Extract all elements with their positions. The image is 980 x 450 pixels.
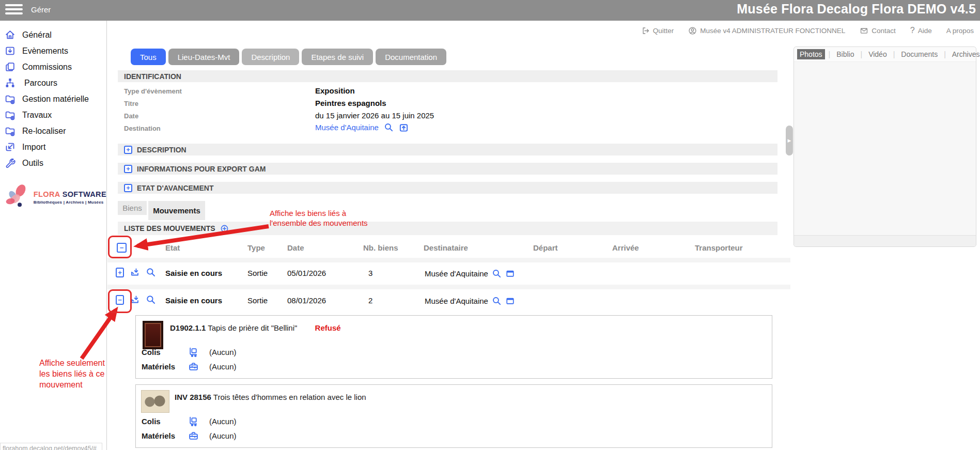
media-tab-archives[interactable]: Archives <box>950 49 980 59</box>
colis-row: Colis (Aucun) <box>142 416 237 427</box>
brand-tagline: Bibliothèques | Archives | Musées <box>34 200 106 205</box>
sidebar-item-travaux[interactable]: Travaux <box>0 107 106 123</box>
annotation-text-all-movements: Affiche les biens liés à l'ensemble des … <box>270 208 368 228</box>
folder-globe-icon <box>5 110 15 120</box>
menu-gerer[interactable]: Gérer <box>31 5 51 14</box>
open-window-icon[interactable] <box>505 269 515 278</box>
materiels-row: Matériels (Aucun) <box>142 361 237 372</box>
sidebar-item-general[interactable]: Général <box>0 27 106 43</box>
field-label-titre: Titre <box>124 100 138 107</box>
status-url-tooltip: florahom.decalog.net/demov45/# <box>0 443 102 450</box>
tab-divider: | <box>829 50 831 58</box>
expand-icon[interactable]: + <box>124 184 132 192</box>
column-header-destinataire: Destinataire <box>424 243 468 252</box>
trolley-icon[interactable] <box>188 347 199 358</box>
sidebar-item-label: Evènements <box>22 46 68 56</box>
movement-row-1: + Saisie en cours Sortie 05/01/2026 3 Mu… <box>107 262 790 284</box>
sidebar-item-outils[interactable]: Outils <box>0 155 106 171</box>
sidebar-item-commissions[interactable]: Commissions <box>0 59 106 75</box>
bien-card-2: INV 28156 Trois têtes d'hommes en relati… <box>135 384 772 448</box>
import-icon <box>5 142 15 152</box>
field-label-date: Date <box>124 112 138 120</box>
wrench-icon <box>5 158 15 168</box>
materiels-value: (Aucun) <box>209 431 237 440</box>
field-value-titre: Peintres espagnols <box>315 99 386 107</box>
media-tab-biblio[interactable]: Biblio <box>834 49 857 59</box>
sidebar-item-relocaliser[interactable]: Re-localiser <box>0 123 106 139</box>
section-description[interactable]: + DESCRIPTION <box>118 144 777 156</box>
media-tab-bar: Photos | Biblio | Vidéo | Documents | Ar… <box>794 47 976 62</box>
annotation-text-this-movement: Affiche seulement les biens liés à ce mo… <box>39 358 105 390</box>
sidebar-item-label: Commissions <box>22 63 72 72</box>
search-icon[interactable] <box>492 296 502 306</box>
trolley-icon[interactable] <box>188 416 199 427</box>
bien-title-line: INV 28156 Trois têtes d'hommes en relati… <box>175 393 366 401</box>
export-icon[interactable] <box>130 267 140 277</box>
sidebar-item-parcours[interactable]: Parcours <box>0 75 106 91</box>
media-tab-documents[interactable]: Documents <box>898 49 940 59</box>
column-header-date: Date <box>287 243 304 252</box>
media-tab-photos[interactable]: Photos <box>797 49 825 59</box>
bien-code: INV 28156 <box>175 393 211 401</box>
subtab-biens[interactable]: Biens <box>118 201 147 215</box>
expand-icon[interactable]: + <box>124 165 132 173</box>
folder-globe-icon <box>5 126 15 136</box>
utility-bar: Quitter Musée v4 ADMINISTRATEUR FONCTION… <box>465 24 974 37</box>
sidebar-item-evenements[interactable]: Evènements <box>0 43 106 59</box>
toolbox-icon[interactable] <box>188 361 199 372</box>
chevron-right-icon: ▶ <box>788 138 791 143</box>
tab-description[interactable]: Description <box>242 49 299 65</box>
movement-row-2: − Saisie en cours Sortie 08/01/2026 2 Mu… <box>107 290 790 312</box>
panel-collapse-handle[interactable]: ▶ <box>786 126 793 156</box>
sidebar-item-gestion-materielle[interactable]: Gestion matérielle <box>0 91 106 107</box>
sidebar-item-import[interactable]: Import <box>0 139 106 155</box>
bien-title-line: D1902.1.1 Tapis de prière dit "Bellini" … <box>170 323 341 332</box>
quit-button[interactable]: Quitter <box>641 26 674 35</box>
tab-documentation[interactable]: Documentation <box>376 49 446 65</box>
cell-date: 05/01/2026 <box>287 269 326 277</box>
hamburger-menu-icon[interactable] <box>5 4 23 17</box>
tab-lieu-dates-mvt[interactable]: Lieu-Dates-Mvt <box>168 49 240 65</box>
expand-movement-button[interactable]: + <box>116 268 124 277</box>
help-link[interactable]: ? Aide <box>910 26 932 35</box>
sidebar-item-label: Travaux <box>22 111 52 120</box>
toolbox-icon[interactable] <box>188 430 199 441</box>
search-icon[interactable] <box>492 269 502 278</box>
cell-type: Sortie <box>247 296 268 305</box>
flora-flower-icon <box>2 181 32 213</box>
view-movement-icon[interactable] <box>146 267 156 277</box>
bien-code: D1902.1.1 <box>170 323 206 332</box>
export-icon[interactable] <box>130 294 140 305</box>
subtab-mouvements[interactable]: Mouvements <box>148 201 205 220</box>
stacked-folders-icon <box>5 61 15 72</box>
section-etat-avancement[interactable]: + ETAT D'AVANCEMENT <box>118 182 777 194</box>
tab-tous[interactable]: Tous <box>131 49 166 65</box>
folder-globe-icon <box>5 94 15 104</box>
cell-nb-biens: 3 <box>368 269 372 277</box>
identification-header: IDENTIFICATION <box>118 70 777 82</box>
envelope-icon <box>860 26 868 35</box>
open-record-icon[interactable] <box>399 122 409 132</box>
destination-link[interactable]: Musée d'Aquitaine <box>315 123 379 132</box>
collapse-movement-button[interactable]: − <box>116 295 124 305</box>
add-movement-icon[interactable] <box>220 224 229 233</box>
search-icon[interactable] <box>384 122 394 132</box>
media-tab-video[interactable]: Vidéo <box>866 49 890 59</box>
collapse-all-movements-button[interactable]: − <box>117 243 127 253</box>
column-header-depart: Départ <box>533 243 558 252</box>
materiels-value: (Aucun) <box>209 362 237 371</box>
user-account[interactable]: Musée v4 ADMINISTRATEUR FONCTIONNEL <box>688 26 845 35</box>
open-window-icon[interactable] <box>505 296 515 306</box>
column-header-arrivee: Arrivée <box>612 243 639 252</box>
media-panel-footer <box>794 235 976 246</box>
about-link[interactable]: A propos <box>946 27 974 35</box>
tab-divider: | <box>893 50 895 58</box>
row-separator <box>107 285 790 289</box>
tab-etapes-de-suivi[interactable]: Etapes de suivi <box>302 49 373 65</box>
contact-link[interactable]: Contact <box>860 26 896 35</box>
section-export-gam[interactable]: + INFORMATIONS POUR EXPORT GAM <box>118 163 777 175</box>
expand-icon[interactable]: + <box>124 146 132 154</box>
colis-value: (Aucun) <box>209 417 237 426</box>
cell-etat: Saisie en cours <box>165 296 222 305</box>
view-movement-icon[interactable] <box>146 294 156 305</box>
